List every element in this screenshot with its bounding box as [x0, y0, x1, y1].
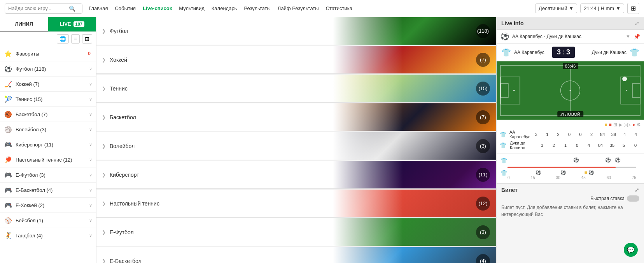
- team2-row-shirt: 👕: [500, 142, 508, 148]
- chevron-icon-7: ∨: [89, 157, 92, 162]
- sport-row-basketball[interactable]: ❯ Баскетбол (7): [96, 103, 496, 131]
- sidebar-item-baseball[interactable]: ⚾ Бейсбол (1) ∨: [0, 213, 96, 228]
- team1-row-shirt: 👕: [500, 131, 507, 138]
- nav-multiview[interactable]: Мультивид: [179, 5, 205, 11]
- search-input[interactable]: [8, 5, 66, 11]
- sidebar-item-hockey[interactable]: 🏒 Хоккей (7) ∨: [0, 77, 96, 92]
- sport-row-efootball[interactable]: ❯ Е-Футбол (3): [96, 218, 496, 246]
- row-chevron-tabletennis: ❯: [102, 201, 106, 206]
- fast-stake-row: Быстрая ставка: [501, 195, 639, 202]
- sport-row-volleyball[interactable]: ❯ Волейбол (3): [96, 132, 496, 160]
- svg-point-11: [622, 77, 627, 81]
- pin-icon[interactable]: 📌: [634, 33, 640, 40]
- sport-row-count-football: (118): [476, 24, 490, 38]
- nav-events[interactable]: События: [115, 5, 136, 11]
- sidebar-item-esports[interactable]: 🎮 Киберспорт (11) ∨: [0, 137, 96, 152]
- stats-row-team2: 👕 Дуки ди Кашиас 3 2 1 0 4 84 35 5 0: [500, 140, 641, 151]
- row-chevron-tennis: ❯: [102, 86, 106, 91]
- esports-icon: 🎮: [4, 140, 12, 149]
- team2-name: Дуки ди Кашиас: [592, 50, 626, 55]
- team2-stat-7: 5: [618, 143, 629, 148]
- sidebar-list: ⭐ Фавориты 0 ⚽ Футбол (118) ∨ 🏒 Хоккей (…: [0, 46, 96, 263]
- timeline-shirt2: 👕: [500, 170, 507, 176]
- score-separator: :: [562, 48, 565, 56]
- sport-row-tennis[interactable]: ❯ Теннис (15): [96, 75, 496, 103]
- fast-stake-label: Быстрая ставка: [590, 196, 625, 201]
- chevron-icon-11: ∨: [89, 218, 92, 223]
- grid-view-button[interactable]: ⊞: [627, 3, 639, 14]
- nav-live-results[interactable]: Лайф Результаты: [278, 5, 319, 11]
- row-chevron-hockey: ❯: [102, 57, 106, 63]
- search-box[interactable]: 🔍: [5, 3, 82, 14]
- timeline-bar: [508, 167, 636, 168]
- team1-stat-3: 0: [564, 132, 574, 137]
- timeline-labels: 0 15 30 45 60 75: [508, 176, 636, 180]
- sport-row-football[interactable]: ❯ Футбол (118): [96, 17, 496, 45]
- decimal-select[interactable]: Десятичный ▼: [535, 3, 577, 13]
- timeline-ball-4: ⚽: [536, 170, 541, 175]
- timeline-ball-1: ⚽: [573, 157, 579, 163]
- sport-row-hockey[interactable]: ❯ Хоккей (7): [96, 46, 496, 74]
- ticket-expand-icon[interactable]: ⤢: [635, 187, 639, 193]
- team2-stat-2: 1: [560, 143, 571, 148]
- sport-row-esports-left: ❯ Киберспорт: [96, 172, 205, 178]
- sport-row-name-basketball: Баскетбол: [110, 114, 136, 120]
- team1-stats-name: АА Карапебус: [508, 130, 530, 139]
- sidebar-item-tabletennis[interactable]: 🏓 Настольный теннис (12) ∨: [0, 152, 96, 167]
- time-select[interactable]: 21:44 | H:mm ▼: [580, 3, 624, 13]
- sidebar-item-football[interactable]: ⚽ Футбол (118) ∨: [0, 61, 96, 77]
- nav-stats[interactable]: Статистика: [326, 5, 352, 11]
- sport-row-esports[interactable]: ❯ Киберспорт (11): [96, 161, 496, 189]
- sport-row-basketball-left: ❯ Баскетбол: [96, 114, 205, 120]
- row-chevron-basketball: ❯: [102, 115, 106, 120]
- ticket-header: Билет ⤢: [501, 187, 639, 193]
- chat-button[interactable]: 💬: [624, 243, 638, 257]
- chevron-icon-10: ∨: [89, 203, 92, 208]
- sidebar-item-ehockey[interactable]: 🎮 Е-Хоккей (2) ∨: [0, 198, 96, 213]
- list-icon-button[interactable]: ≡: [71, 34, 80, 44]
- chevron-icon-3: ∨: [89, 97, 92, 102]
- team1-stat-5: 2: [586, 132, 597, 137]
- sidebar-item-tennis[interactable]: 🎾 Теннис (15) ∨: [0, 92, 96, 107]
- sport-row-ebasketball[interactable]: ❯ Е-Баскетбол (4): [96, 247, 496, 263]
- chevron-icon-6: ∨: [89, 142, 92, 147]
- sidebar-item-efootball[interactable]: 🎮 Е-Футбол (3) ∨: [0, 167, 96, 183]
- tab-live[interactable]: LIVE 187: [48, 17, 96, 31]
- sidebar-tabs: ЛИНИЯ LIVE 187: [0, 17, 96, 32]
- nav-results[interactable]: Результаты: [244, 5, 270, 11]
- sport-name-ebasketball: Е-Баскетбол (4): [16, 187, 86, 193]
- timeline-ball-2: ⚽: [605, 157, 611, 163]
- globe-icon-button[interactable]: 🌐: [57, 34, 69, 44]
- sport-row-name-hockey: Хоккей: [110, 57, 127, 63]
- stats-row-team1: 👕 АА Карапебус 3 1 2 0 0 2 84 38 4 4: [500, 129, 641, 140]
- time-label-60: 60: [607, 176, 611, 180]
- timeline-ball-3: ⚽: [615, 157, 621, 163]
- nav-calendar[interactable]: Календарь: [212, 5, 237, 11]
- baseball-icon: ⚾: [4, 216, 12, 225]
- sport-row-name-ebasketball: Е-Баскетбол: [110, 258, 142, 263]
- sport-row-tabletennis[interactable]: ❯ Настольный теннис (12): [96, 190, 496, 218]
- tab-live-label: LIVE: [60, 21, 71, 27]
- nav-home[interactable]: Главная: [89, 5, 108, 11]
- chevron-icon-9: ∨: [89, 188, 92, 193]
- live-count-badge: 187: [74, 21, 84, 27]
- timeline-ball-6: ⚽: [588, 170, 594, 175]
- sidebar-item-basketball[interactable]: 🏀 Баскетбол (7) ∨: [0, 107, 96, 122]
- expand-icon[interactable]: ⤢: [635, 20, 639, 26]
- team2-stat-4: 4: [583, 143, 594, 148]
- sidebar-item-volleyball[interactable]: 🏐 Волейбол (3) ∨: [0, 122, 96, 137]
- nav-live-list[interactable]: Live-список: [143, 5, 172, 11]
- sidebar-item-handball[interactable]: 🤾 Гандбол (4) ∨: [0, 228, 96, 243]
- match-time-badge: 83:46: [563, 63, 578, 69]
- sidebar-item-ebasketball[interactable]: 🎮 Е-Баскетбол (4) ∨: [0, 183, 96, 198]
- tab-liniya[interactable]: ЛИНИЯ: [0, 17, 48, 31]
- sidebar-item-favorites[interactable]: ⭐ Фавориты 0: [0, 46, 96, 61]
- stats-header: ■ ■ ⊞ ▶ ▷▷ ● ⚙: [500, 122, 641, 127]
- fast-stake-toggle[interactable]: [627, 195, 639, 202]
- grid-icon-button[interactable]: ⊞: [82, 34, 92, 44]
- ticket-title: Билет: [501, 187, 518, 193]
- ticket-section: Билет ⤢ Быстрая ставка Билет пуст. Для д…: [497, 183, 644, 263]
- team1-stat-0: 3: [531, 132, 541, 137]
- stat-icon-5: ⚙: [637, 122, 641, 127]
- match-selector[interactable]: ⚽ АА Карапебус - Дуки ди Кашиас ▼ 📌: [497, 30, 644, 44]
